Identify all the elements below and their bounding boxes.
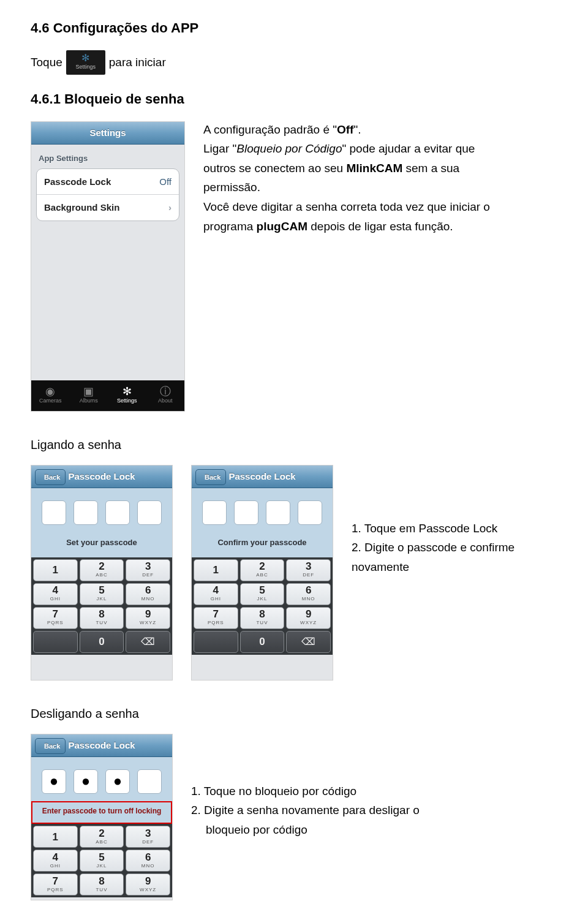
key-0[interactable]: 0	[240, 631, 285, 653]
key-5[interactable]: 5JKL	[80, 583, 124, 605]
key-7[interactable]: 7PQRS	[194, 607, 238, 629]
key-3[interactable]: 3DEF	[126, 559, 170, 581]
passcode-box[interactable]: ●	[105, 769, 130, 794]
key-6[interactable]: 6MNO	[126, 583, 170, 605]
key-2[interactable]: 2ABC	[80, 826, 124, 848]
key-8[interactable]: 8TUV	[80, 873, 124, 895]
tab-albums[interactable]: ▣Albums	[70, 380, 108, 411]
p3c: sem a sua	[402, 162, 459, 175]
p3b: MlinkCAM	[346, 162, 402, 175]
key-letters: TUV	[96, 886, 107, 894]
tab-about[interactable]: ⓘAbout	[146, 380, 185, 411]
p2a: Ligar "	[203, 142, 236, 155]
key-num: 0	[259, 636, 265, 647]
key-6[interactable]: 6MNO	[126, 850, 170, 872]
passcode-box[interactable]	[137, 769, 162, 794]
key-3[interactable]: 3DEF	[126, 826, 170, 848]
key-letters: ABC	[96, 571, 107, 579]
steps-off: 1. Toque no bloqueio por código 2. Digit…	[191, 734, 557, 841]
row-label: Passcode Lock	[44, 175, 111, 189]
background-skin-row[interactable]: Background Skin ›	[37, 195, 179, 221]
key-5[interactable]: 5JKL	[240, 583, 285, 605]
passcode-instruction: Set your passcode	[31, 534, 172, 557]
key-num: 2	[259, 561, 265, 571]
titlebar-title: Settings	[89, 126, 126, 140]
key-6[interactable]: 6MNO	[286, 583, 331, 605]
back-button[interactable]: Back	[35, 738, 66, 754]
toque-row: Toque ✻ Settings para iniciar	[31, 50, 557, 75]
key-9[interactable]: 9WXYZ	[126, 607, 170, 629]
p1c: ".	[353, 123, 361, 136]
tab-cameras[interactable]: ◉Cameras	[31, 380, 70, 411]
passcode-box[interactable]	[105, 500, 130, 525]
key-3[interactable]: 3DEF	[286, 559, 331, 581]
key-2[interactable]: 2ABC	[80, 559, 124, 581]
chevron-right-icon: ›	[168, 201, 172, 214]
key-num: 4	[213, 585, 219, 595]
key-num: 5	[259, 585, 265, 595]
step: 2. Digite o passcode e confirme	[352, 539, 557, 556]
key-1[interactable]: 1	[194, 559, 238, 581]
passcode-boxes	[31, 488, 172, 534]
key-backspace[interactable]: ⌫	[286, 631, 331, 653]
key-7[interactable]: 7PQRS	[33, 607, 78, 629]
key-letters: MNO	[141, 595, 155, 603]
key-num: 4	[53, 852, 58, 862]
step: 1. Toque em Passcode Lock	[352, 520, 557, 537]
tab-label: Cameras	[39, 397, 62, 405]
key-num: 8	[259, 609, 265, 619]
key-num: 2	[99, 828, 104, 839]
key-letters: PQRS	[47, 886, 64, 894]
passcode-box[interactable]	[234, 500, 258, 525]
back-button[interactable]: Back	[35, 469, 66, 485]
key-letters: DEF	[142, 839, 154, 846]
key-9[interactable]: 9WXYZ	[126, 873, 170, 895]
tab-settings[interactable]: ✻Settings	[108, 380, 146, 411]
key-num: 3	[306, 561, 311, 571]
passcode-box[interactable]: ●	[42, 769, 66, 794]
key-1[interactable]: 1	[33, 559, 78, 581]
key-num: 6	[306, 585, 311, 595]
key-letters: TUV	[256, 619, 268, 627]
key-0[interactable]: 0	[80, 631, 124, 653]
key-4[interactable]: 4GHI	[194, 583, 238, 605]
passcode-lock-row[interactable]: Passcode Lock Off	[37, 169, 179, 195]
p3a: outros se conectem ao seu	[203, 162, 346, 175]
key-2[interactable]: 2ABC	[240, 559, 285, 581]
key-num: 8	[99, 609, 104, 619]
key-letters: ABC	[256, 571, 268, 579]
key-1[interactable]: 1	[33, 826, 78, 848]
gear-icon: ✻	[81, 53, 89, 63]
titlebar-title: Passcode Lock	[228, 470, 295, 483]
description-block: A configuração padrão é "Off". Ligar "Bl…	[203, 121, 557, 237]
passcode-instruction: Confirm your passcode	[192, 534, 333, 557]
key-letters: DEF	[142, 571, 154, 579]
p1b: Off	[337, 123, 353, 136]
albums-icon: ▣	[83, 386, 94, 397]
key-5[interactable]: 5JKL	[80, 850, 124, 872]
settings-icon-chip: ✻ Settings	[66, 50, 105, 75]
key-letters: WXYZ	[300, 619, 317, 627]
passcode-box[interactable]	[137, 500, 162, 525]
key-9[interactable]: 9WXYZ	[286, 607, 331, 629]
key-7[interactable]: 7PQRS	[33, 873, 78, 895]
key-num: 4	[53, 585, 58, 595]
passcode-box[interactable]	[74, 500, 98, 525]
passcode-box[interactable]	[266, 500, 290, 525]
passcode-box[interactable]: ●	[74, 769, 98, 794]
step: novamente	[352, 559, 557, 576]
passcode-box[interactable]	[42, 500, 66, 525]
key-8[interactable]: 8TUV	[80, 607, 124, 629]
key-letters: JKL	[97, 862, 107, 870]
keypad: 1 2ABC 3DEF 4GHI 5JKL 6MNO 7PQRS 8TUV 9W…	[192, 557, 333, 655]
key-4[interactable]: 4GHI	[33, 583, 78, 605]
passcode-box[interactable]	[298, 500, 322, 525]
key-backspace[interactable]: ⌫	[126, 631, 170, 653]
back-button[interactable]: Back	[195, 469, 226, 485]
key-4[interactable]: 4GHI	[33, 850, 78, 872]
key-letters: GHI	[211, 595, 221, 603]
titlebar-title: Passcode Lock	[68, 739, 135, 752]
row-label: Background Skin	[44, 201, 119, 214]
passcode-box[interactable]	[202, 500, 227, 525]
key-8[interactable]: 8TUV	[240, 607, 285, 629]
